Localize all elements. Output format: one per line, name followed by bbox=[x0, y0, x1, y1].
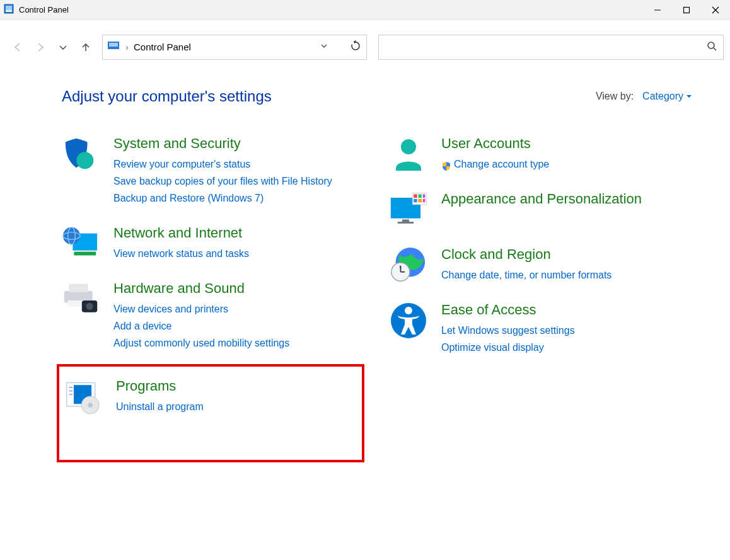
svg-point-9 bbox=[708, 42, 714, 49]
category-programs: Programs Uninstall a program bbox=[64, 378, 311, 416]
category-title[interactable]: Appearance and Personalization bbox=[441, 191, 692, 207]
page-heading: Adjust your computer's settings bbox=[62, 88, 272, 105]
category-system-security: System and Security Review your computer… bbox=[62, 135, 364, 207]
address-bar[interactable]: › Control Panel bbox=[102, 35, 367, 60]
programs-icon bbox=[64, 378, 102, 416]
svg-text:L: L bbox=[400, 265, 402, 269]
svg-point-29 bbox=[88, 403, 93, 408]
view-by-dropdown[interactable]: Category bbox=[642, 91, 692, 102]
category-title[interactable]: User Accounts bbox=[441, 135, 692, 152]
category-link[interactable]: Review your computer's status bbox=[113, 156, 364, 173]
svg-point-30 bbox=[401, 139, 416, 154]
category-link[interactable]: Add a device bbox=[113, 317, 364, 334]
category-user-accounts: User Accounts Change account type bbox=[390, 135, 692, 173]
category-clock-region: L Clock and Region Change date, time, or… bbox=[390, 246, 692, 284]
svg-rect-33 bbox=[398, 222, 414, 224]
minimize-button[interactable] bbox=[643, 0, 672, 20]
search-input[interactable] bbox=[385, 42, 707, 52]
shield-icon bbox=[62, 135, 100, 173]
up-button[interactable] bbox=[74, 35, 97, 60]
category-title[interactable]: Hardware and Sound bbox=[113, 280, 364, 297]
back-button[interactable] bbox=[6, 35, 29, 60]
category-link[interactable]: Let Windows suggest settings bbox=[441, 322, 692, 339]
category-link[interactable]: Uninstall a program bbox=[116, 398, 311, 415]
window-title: Control Panel bbox=[19, 5, 69, 14]
category-link[interactable]: Save backup copies of your files with Fi… bbox=[113, 173, 364, 190]
svg-point-11 bbox=[76, 152, 93, 169]
svg-rect-18 bbox=[69, 283, 88, 292]
category-title[interactable]: Clock and Region bbox=[441, 246, 692, 263]
category-appearance: Appearance and Personalization bbox=[390, 191, 692, 229]
app-icon bbox=[4, 4, 14, 16]
printer-camera-icon bbox=[62, 280, 100, 318]
maximize-button[interactable] bbox=[672, 0, 701, 20]
svg-point-47 bbox=[405, 307, 412, 314]
category-ease-of-access: Ease of Access Let Windows suggest setti… bbox=[390, 302, 692, 356]
category-link[interactable]: View devices and printers bbox=[113, 300, 364, 317]
svg-point-21 bbox=[86, 302, 93, 309]
link-text: Change account type bbox=[454, 156, 549, 173]
monitor-colors-icon bbox=[390, 191, 427, 229]
user-icon bbox=[390, 135, 427, 173]
svg-rect-1 bbox=[6, 6, 12, 10]
svg-rect-13 bbox=[74, 251, 96, 255]
category-link[interactable]: Backup and Restore (Windows 7) bbox=[113, 190, 364, 207]
category-title[interactable]: System and Security bbox=[113, 135, 364, 152]
category-link[interactable]: Change account type bbox=[441, 156, 692, 173]
history-dropdown-button[interactable] bbox=[320, 42, 328, 52]
titlebar: Control Panel bbox=[0, 0, 730, 20]
svg-rect-36 bbox=[418, 194, 421, 197]
control-panel-icon bbox=[108, 41, 120, 53]
globe-clock-icon: L bbox=[390, 246, 427, 284]
globe-monitor-icon bbox=[62, 225, 100, 263]
forward-button[interactable] bbox=[29, 35, 52, 60]
svg-rect-32 bbox=[402, 219, 409, 222]
svg-point-14 bbox=[63, 227, 80, 244]
close-button[interactable] bbox=[701, 0, 730, 20]
uac-shield-icon bbox=[441, 159, 451, 169]
svg-rect-37 bbox=[423, 194, 426, 197]
address-text: Control Panel bbox=[134, 42, 315, 52]
refresh-button[interactable] bbox=[350, 40, 361, 54]
svg-rect-4 bbox=[684, 7, 690, 13]
category-network-internet: Network and Internet View network status… bbox=[62, 225, 364, 263]
svg-rect-2 bbox=[6, 10, 12, 12]
accessibility-icon bbox=[390, 302, 427, 340]
category-title[interactable]: Ease of Access bbox=[441, 302, 692, 318]
search-box[interactable] bbox=[378, 35, 724, 60]
svg-rect-39 bbox=[418, 199, 421, 202]
recent-locations-button[interactable] bbox=[52, 35, 74, 60]
category-link[interactable]: View network status and tasks bbox=[113, 245, 364, 262]
view-by-value: Category bbox=[642, 91, 683, 102]
chevron-right-icon: › bbox=[125, 42, 129, 52]
svg-line-10 bbox=[714, 48, 716, 50]
category-link[interactable]: Adjust commonly used mobility settings bbox=[113, 334, 364, 351]
category-hardware-sound: Hardware and Sound View devices and prin… bbox=[62, 280, 364, 352]
svg-rect-8 bbox=[109, 43, 118, 47]
nav-row: › Control Panel bbox=[0, 20, 730, 74]
view-by-label: View by: bbox=[596, 91, 634, 102]
svg-rect-35 bbox=[414, 194, 417, 197]
category-link[interactable]: Change date, time, or number formats bbox=[441, 266, 692, 283]
category-title[interactable]: Programs bbox=[116, 378, 311, 394]
svg-rect-40 bbox=[423, 199, 426, 202]
search-icon bbox=[707, 41, 717, 53]
category-title[interactable]: Network and Internet bbox=[113, 225, 364, 241]
category-link[interactable]: Optimize visual display bbox=[441, 339, 692, 356]
svg-rect-38 bbox=[414, 199, 417, 202]
highlight-box: Programs Uninstall a program bbox=[57, 364, 364, 462]
